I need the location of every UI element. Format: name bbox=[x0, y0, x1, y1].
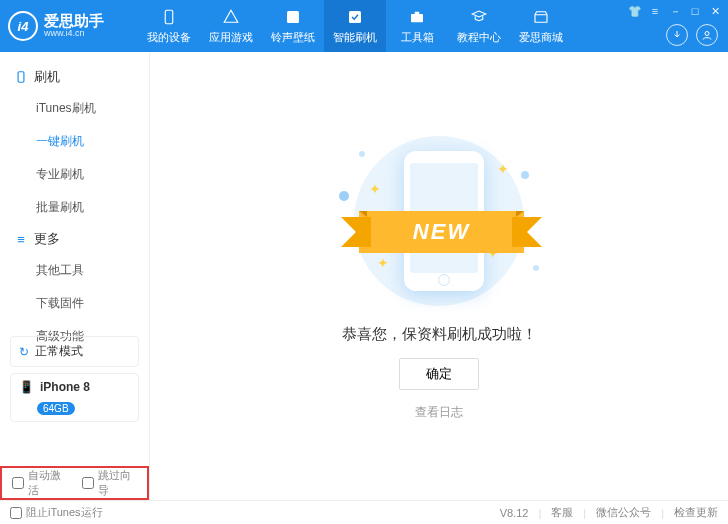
success-illustration: ✦✦✦✦ NEW bbox=[339, 131, 539, 311]
window-controls: 👕 ≡ － □ ✕ bbox=[628, 4, 722, 18]
checkbox-label: 自动激活 bbox=[28, 468, 68, 498]
svg-point-5 bbox=[705, 32, 709, 36]
tab-label: 应用游戏 bbox=[209, 30, 253, 45]
svg-rect-2 bbox=[349, 11, 361, 23]
mode-row[interactable]: ↻ 正常模式 bbox=[10, 336, 139, 367]
sidebar-item-oneclick[interactable]: 一键刷机 bbox=[0, 125, 149, 158]
tab-label: 智能刷机 bbox=[333, 30, 377, 45]
svg-rect-6 bbox=[18, 72, 24, 83]
apps-icon bbox=[222, 8, 240, 26]
main-content: ✦✦✦✦ NEW 恭喜您，保资料刷机成功啦！ 确定 查看日志 bbox=[150, 52, 728, 500]
device-name: iPhone 8 bbox=[40, 380, 90, 394]
tab-my-device[interactable]: 我的设备 bbox=[138, 0, 200, 52]
title-bar: i4 爱思助手 www.i4.cn 我的设备 应用游戏 铃声壁纸 智能刷机 工具… bbox=[0, 0, 728, 52]
ok-button[interactable]: 确定 bbox=[399, 358, 479, 390]
store-icon bbox=[532, 8, 550, 26]
tutorial-icon bbox=[470, 8, 488, 26]
more-icon: ≡ bbox=[14, 232, 28, 246]
app-subtitle: www.i4.cn bbox=[44, 29, 104, 39]
success-message: 恭喜您，保资料刷机成功啦！ bbox=[342, 325, 537, 344]
svg-rect-0 bbox=[165, 10, 173, 24]
sidebar-item-pro[interactable]: 专业刷机 bbox=[0, 158, 149, 191]
sidebar-item-itunes[interactable]: iTunes刷机 bbox=[0, 92, 149, 125]
menu-icon[interactable]: ≡ bbox=[648, 4, 662, 18]
profile-button[interactable] bbox=[696, 24, 718, 46]
view-log-link[interactable]: 查看日志 bbox=[415, 404, 463, 421]
maximize-button[interactable]: □ bbox=[688, 4, 702, 18]
sidebar: 刷机 iTunes刷机 一键刷机 专业刷机 批量刷机 ≡ 更多 其他工具 下载固… bbox=[0, 52, 150, 500]
download-button[interactable] bbox=[666, 24, 688, 46]
skin-icon[interactable]: 👕 bbox=[628, 4, 642, 18]
block-itunes-checkbox[interactable]: 阻止iTunes运行 bbox=[10, 505, 103, 520]
wallpaper-icon bbox=[284, 8, 302, 26]
tab-label: 教程中心 bbox=[457, 30, 501, 45]
device-icon bbox=[160, 8, 178, 26]
tab-label: 工具箱 bbox=[401, 30, 434, 45]
phone-icon bbox=[14, 70, 28, 84]
tab-tutorials[interactable]: 教程中心 bbox=[448, 0, 510, 52]
phone-small-icon: 📱 bbox=[19, 380, 34, 394]
header-actions bbox=[666, 24, 718, 46]
group-label: 刷机 bbox=[34, 68, 60, 86]
tab-toolbox[interactable]: 工具箱 bbox=[386, 0, 448, 52]
footer-wechat-link[interactable]: 微信公众号 bbox=[596, 505, 651, 520]
ribbon-text: NEW bbox=[413, 219, 470, 245]
sidebar-group-more: ≡ 更多 bbox=[0, 224, 149, 254]
app-logo: i4 爱思助手 www.i4.cn bbox=[8, 11, 128, 41]
device-row[interactable]: 📱 iPhone 8 64GB bbox=[10, 373, 139, 422]
main-tabs: 我的设备 应用游戏 铃声壁纸 智能刷机 工具箱 教程中心 爱思商城 bbox=[138, 0, 572, 52]
tab-store[interactable]: 爱思商城 bbox=[510, 0, 572, 52]
svg-rect-4 bbox=[415, 11, 420, 13]
group-label: 更多 bbox=[34, 230, 60, 248]
skip-guide-checkbox[interactable]: 跳过向导 bbox=[82, 468, 138, 498]
version-label: V8.12 bbox=[500, 507, 529, 519]
app-title: 爱思助手 bbox=[44, 13, 104, 30]
svg-rect-1 bbox=[287, 11, 299, 23]
status-bar: 阻止iTunes运行 V8.12 | 客服 | 微信公众号 | 检查更新 bbox=[0, 500, 728, 524]
checkbox-label: 跳过向导 bbox=[98, 468, 138, 498]
options-highlight-box: 自动激活 跳过向导 bbox=[0, 466, 149, 500]
tab-ringtones[interactable]: 铃声壁纸 bbox=[262, 0, 324, 52]
tab-apps[interactable]: 应用游戏 bbox=[200, 0, 262, 52]
sidebar-item-batch[interactable]: 批量刷机 bbox=[0, 191, 149, 224]
sidebar-item-other[interactable]: 其他工具 bbox=[0, 254, 149, 287]
tab-flash[interactable]: 智能刷机 bbox=[324, 0, 386, 52]
close-button[interactable]: ✕ bbox=[708, 4, 722, 18]
storage-badge: 64GB bbox=[37, 402, 75, 415]
logo-icon: i4 bbox=[8, 11, 38, 41]
auto-activate-checkbox[interactable]: 自动激活 bbox=[12, 468, 68, 498]
tab-label: 爱思商城 bbox=[519, 30, 563, 45]
footer-update-link[interactable]: 检查更新 bbox=[674, 505, 718, 520]
toolbox-icon bbox=[408, 8, 426, 26]
sidebar-item-firmware[interactable]: 下载固件 bbox=[0, 287, 149, 320]
minimize-button[interactable]: － bbox=[668, 4, 682, 18]
tab-label: 铃声壁纸 bbox=[271, 30, 315, 45]
refresh-icon: ↻ bbox=[19, 345, 29, 359]
checkbox-label: 阻止iTunes运行 bbox=[26, 505, 103, 520]
sidebar-group-flash: 刷机 bbox=[0, 62, 149, 92]
footer-cs-link[interactable]: 客服 bbox=[551, 505, 573, 520]
new-ribbon: NEW bbox=[359, 211, 524, 253]
tab-label: 我的设备 bbox=[147, 30, 191, 45]
mode-label: 正常模式 bbox=[35, 343, 83, 360]
flash-icon bbox=[346, 8, 364, 26]
svg-rect-3 bbox=[411, 14, 423, 22]
